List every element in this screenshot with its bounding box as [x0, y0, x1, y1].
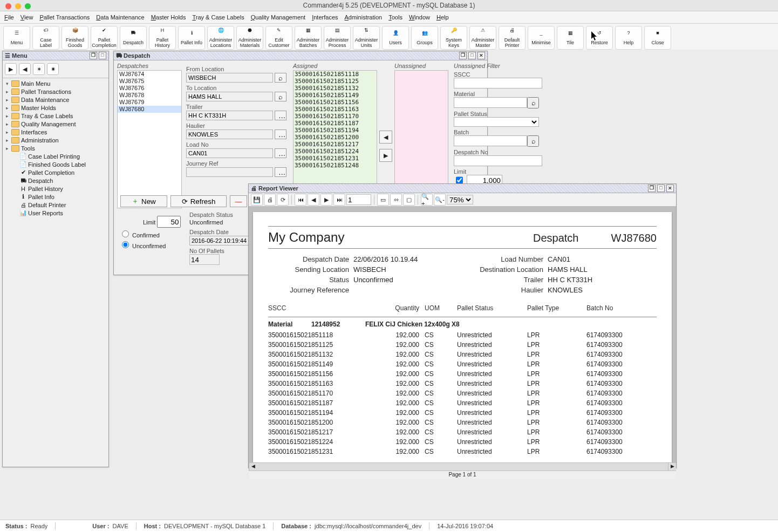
- tree-folder-data-maintenance[interactable]: ▸Data Maintenance: [4, 96, 107, 104]
- assigned-list[interactable]: 3500016150218511183500016150218511253500…: [293, 70, 377, 194]
- despatches-list[interactable]: WJ87674WJ87675WJ87676WJ87678WJ87679WJ876…: [117, 70, 182, 208]
- tree-folder-tray-case-labels[interactable]: ▸Tray & Case Labels: [4, 112, 107, 120]
- to-location-field[interactable]: [186, 92, 273, 101]
- maximize-icon[interactable]: [25, 3, 31, 9]
- tb-restore[interactable]: ↺Restore: [586, 26, 613, 50]
- tb-users[interactable]: 👤Users: [382, 26, 409, 50]
- confirmed-radio[interactable]: Confirmed: [119, 229, 166, 238]
- save-icon[interactable]: 💾: [251, 194, 263, 206]
- despatch-item[interactable]: WJ87680: [118, 106, 181, 113]
- tree-leaf-case-label-printing[interactable]: 📄Case Label Printing: [4, 152, 107, 160]
- tb-despatch[interactable]: ⛟Despatch: [120, 26, 147, 50]
- from-lookup-button[interactable]: ⌕: [275, 73, 286, 83]
- haulier-lookup-button[interactable]: …: [275, 129, 286, 139]
- tree-folder-administration[interactable]: ▸Administration: [4, 136, 107, 144]
- window-max-icon[interactable]: □: [657, 185, 665, 192]
- expand-icon[interactable]: ▶: [5, 63, 17, 75]
- assigned-item[interactable]: 350001615021851170: [294, 113, 377, 120]
- menu-master-holds[interactable]: Master Holds: [151, 14, 186, 21]
- filter-palletstatus-select[interactable]: [454, 117, 539, 127]
- tb-help[interactable]: ?Help: [615, 26, 642, 50]
- unconfirmed-radio[interactable]: Unconfirmed: [119, 240, 166, 249]
- refresh-icon[interactable]: ⟳: [277, 194, 289, 206]
- zoom-select[interactable]: 75%: [447, 195, 473, 204]
- menu-tray-case-labels[interactable]: Tray & Case Labels: [192, 14, 244, 21]
- last-page-icon[interactable]: ⏭: [333, 194, 345, 206]
- menu-data-maintenance[interactable]: Data Maintenance: [96, 14, 144, 21]
- tb-administer-master[interactable]: ⚠AdministerMaster: [469, 26, 496, 50]
- tb-administer-units[interactable]: ⇅AdministerUnits: [353, 26, 380, 50]
- tree-folder-tools[interactable]: ▸Tools: [4, 144, 107, 152]
- trailer-field[interactable]: [186, 111, 273, 120]
- menu-file[interactable]: File: [4, 14, 14, 21]
- tree-leaf-finished-goods-label[interactable]: 📄Finished Goods Label: [4, 160, 107, 168]
- actual-size-icon[interactable]: ▢: [403, 194, 415, 206]
- tree-leaf-pallet-info[interactable]: ℹPallet Info: [4, 193, 107, 201]
- menu-tree[interactable]: ▾Main Menu▸Pallet Transactions▸Data Main…: [3, 78, 108, 472]
- unassign-button[interactable]: ▶: [379, 149, 392, 162]
- window-controls[interactable]: [5, 3, 31, 9]
- tree-folder-interfaces[interactable]: ▸Interfaces: [4, 128, 107, 136]
- window-max-icon[interactable]: □: [468, 52, 476, 59]
- new-button[interactable]: ＋New: [120, 195, 167, 207]
- window-max-icon[interactable]: □: [99, 52, 106, 59]
- tree-leaf-default-printer[interactable]: 🖨Default Printer: [4, 201, 107, 209]
- journey-lookup-button[interactable]: …: [275, 167, 286, 177]
- assigned-item[interactable]: 350001615021851200: [294, 134, 377, 141]
- tree-leaf-user-reports[interactable]: 📊User Reports: [4, 209, 107, 217]
- assigned-item[interactable]: 350001615021851248: [294, 162, 377, 169]
- assign-button[interactable]: ◀: [379, 131, 392, 144]
- despatch-item[interactable]: WJ87676: [118, 85, 181, 92]
- assigned-item[interactable]: 350001615021851194: [294, 127, 377, 134]
- batch-lookup-button[interactable]: ⌕: [527, 135, 539, 147]
- menu-quality-management[interactable]: Quality Management: [251, 14, 306, 21]
- window-restore-icon[interactable]: ❐: [90, 52, 97, 59]
- tree-leaf-despatch[interactable]: ⛟Despatch: [4, 176, 107, 185]
- haulier-field[interactable]: [186, 129, 273, 139]
- menu-window[interactable]: Window: [409, 14, 430, 21]
- material-lookup-button[interactable]: ⌕: [527, 97, 539, 108]
- report-page-area[interactable]: My Company Despatch WJ87680 Despatch Dat…: [249, 207, 676, 462]
- tb-case-label[interactable]: 🏷CaseLabel: [32, 26, 59, 50]
- despatch-item[interactable]: WJ87678: [118, 92, 181, 99]
- fit-width-icon[interactable]: ⬄: [390, 194, 402, 206]
- menu-interfaces[interactable]: Interfaces: [312, 14, 338, 21]
- tree-toggle2-icon[interactable]: ✷: [47, 63, 59, 75]
- unassigned-list[interactable]: [394, 70, 448, 194]
- filter-limit-checkbox[interactable]: [456, 176, 463, 184]
- despatch-item[interactable]: WJ87679: [118, 99, 181, 106]
- tb-administer-materials[interactable]: ⬣AdministerMaterials: [236, 26, 263, 50]
- first-page-icon[interactable]: ⏮: [295, 194, 306, 206]
- tb-close[interactable]: ■Close: [644, 26, 671, 50]
- tree-root[interactable]: ▾Main Menu: [4, 79, 107, 87]
- limit-input[interactable]: [157, 216, 181, 228]
- tb-minimise[interactable]: _Minimise: [528, 26, 555, 50]
- loadno-field[interactable]: [186, 148, 273, 158]
- assigned-item[interactable]: 350001615021851187: [294, 120, 377, 127]
- tb-default-printer[interactable]: 🖨DefaultPrinter: [499, 26, 526, 50]
- to-lookup-button[interactable]: ⌕: [275, 92, 286, 101]
- assigned-item[interactable]: 350001615021851132: [294, 85, 377, 92]
- menu-view[interactable]: View: [21, 14, 33, 21]
- tb-system-keys[interactable]: 🔑SystemKeys: [440, 26, 467, 50]
- collapse-icon[interactable]: ◀: [19, 63, 31, 75]
- tb-administer-batches[interactable]: ▦AdministerBatches: [295, 26, 322, 50]
- filter-material-input[interactable]: [454, 97, 527, 108]
- delete-button[interactable]: —: [230, 195, 247, 207]
- menu-tools[interactable]: Tools: [388, 14, 402, 21]
- window-close-icon[interactable]: ⨯: [666, 185, 674, 192]
- tb-pallet-info[interactable]: ℹPallet Info: [178, 26, 205, 50]
- tb-tile[interactable]: ▦Tile: [557, 26, 584, 50]
- minimize-icon[interactable]: [15, 3, 21, 9]
- zoom-in-icon[interactable]: 🔍+: [421, 194, 433, 206]
- loadno-lookup-button[interactable]: …: [275, 148, 286, 158]
- assigned-item[interactable]: 350001615021851163: [294, 106, 377, 113]
- window-close-icon[interactable]: ⨯: [477, 52, 485, 59]
- window-restore-icon[interactable]: ❐: [459, 52, 467, 59]
- menu-pallet-transactions[interactable]: Pallet Transactions: [39, 14, 90, 21]
- menu-help[interactable]: Help: [436, 14, 449, 21]
- assigned-item[interactable]: 350001615021851217: [294, 141, 377, 148]
- assigned-item[interactable]: 350001615021851224: [294, 148, 377, 155]
- tb-pallet-completion[interactable]: ✔PalletCompletion: [91, 26, 118, 50]
- prev-page-icon[interactable]: ◀: [308, 194, 319, 206]
